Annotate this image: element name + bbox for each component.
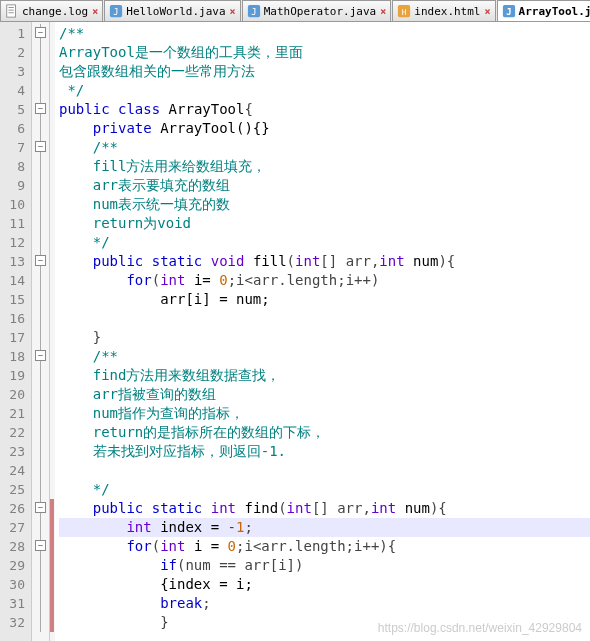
- fold-toggle[interactable]: −: [35, 103, 46, 114]
- code-line[interactable]: [59, 461, 590, 480]
- tab-helloworld-java[interactable]: JHelloWorld.java×: [104, 0, 240, 21]
- line-number: 12: [2, 233, 25, 252]
- line-number: 5: [2, 100, 25, 119]
- line-number: 32: [2, 613, 25, 632]
- line-number: 18: [2, 347, 25, 366]
- code-line[interactable]: /**: [59, 24, 590, 43]
- code-editor[interactable]: 1234567891011121314151617181920212223242…: [0, 22, 590, 641]
- close-icon[interactable]: ×: [485, 6, 491, 17]
- code-line[interactable]: arr表示要填充的数组: [59, 176, 590, 195]
- svg-text:J: J: [251, 7, 256, 17]
- tab-label: HelloWorld.java: [126, 5, 225, 18]
- code-line[interactable]: private ArrayTool(){}: [59, 119, 590, 138]
- code-line[interactable]: }: [59, 613, 590, 632]
- line-number: 7: [2, 138, 25, 157]
- fold-toggle[interactable]: −: [35, 27, 46, 38]
- line-number: 25: [2, 480, 25, 499]
- code-line[interactable]: */: [59, 480, 590, 499]
- change-marker: [50, 499, 54, 632]
- line-number: 13: [2, 252, 25, 271]
- code-line[interactable]: for(int i = 0;i<arr.length;i++){: [59, 537, 590, 556]
- change-marker-gutter: [50, 22, 55, 641]
- fold-toggle[interactable]: −: [35, 502, 46, 513]
- tab-label: MathOperator.java: [264, 5, 377, 18]
- line-number: 21: [2, 404, 25, 423]
- line-number: 19: [2, 366, 25, 385]
- close-icon[interactable]: ×: [92, 6, 98, 17]
- tab-arraytool-java[interactable]: JArrayTool.java×: [497, 0, 590, 21]
- code-line[interactable]: */: [59, 233, 590, 252]
- code-line[interactable]: return为void: [59, 214, 590, 233]
- code-line[interactable]: public static void fill(int[] arr,int nu…: [59, 252, 590, 271]
- code-line[interactable]: public class ArrayTool{: [59, 100, 590, 119]
- close-icon[interactable]: ×: [230, 6, 236, 17]
- code-line[interactable]: public static int find(int[] arr,int num…: [59, 499, 590, 518]
- code-line[interactable]: ArrayTool是一个数组的工具类，里面: [59, 43, 590, 62]
- line-number: 14: [2, 271, 25, 290]
- fold-toggle[interactable]: −: [35, 141, 46, 152]
- code-line[interactable]: find方法用来数组数据查找，: [59, 366, 590, 385]
- line-number: 23: [2, 442, 25, 461]
- line-number: 28: [2, 537, 25, 556]
- java-icon: J: [502, 4, 516, 18]
- code-line[interactable]: }: [59, 328, 590, 347]
- code-line[interactable]: num表示统一填充的数: [59, 195, 590, 214]
- svg-rect-0: [7, 5, 16, 17]
- editor-tabs: change.log×JHelloWorld.java×JMathOperato…: [0, 0, 590, 22]
- fold-toggle[interactable]: −: [35, 255, 46, 266]
- line-number: 8: [2, 157, 25, 176]
- code-line[interactable]: for(int i= 0;i<arr.length;i++): [59, 271, 590, 290]
- fold-toggle[interactable]: −: [35, 540, 46, 551]
- line-number: 24: [2, 461, 25, 480]
- code-line[interactable]: if(num == arr[i]): [59, 556, 590, 575]
- code-line[interactable]: 若未找到对应指标，则返回-1.: [59, 442, 590, 461]
- code-line[interactable]: */: [59, 81, 590, 100]
- close-icon[interactable]: ×: [380, 6, 386, 17]
- java-icon: J: [109, 4, 123, 18]
- code-line[interactable]: break;: [59, 594, 590, 613]
- code-line[interactable]: fill方法用来给数组填充，: [59, 157, 590, 176]
- svg-text:H: H: [402, 8, 407, 17]
- tab-mathoperator-java[interactable]: JMathOperator.java×: [242, 0, 392, 21]
- code-line[interactable]: arr[i] = num;: [59, 290, 590, 309]
- code-line[interactable]: int index = -1;: [59, 518, 590, 537]
- code-line[interactable]: /**: [59, 138, 590, 157]
- html-icon: H: [397, 4, 411, 18]
- line-number: 22: [2, 423, 25, 442]
- line-number: 17: [2, 328, 25, 347]
- code-line[interactable]: 包含跟数组相关的一些常用方法: [59, 62, 590, 81]
- line-number: 3: [2, 62, 25, 81]
- line-number: 20: [2, 385, 25, 404]
- code-line[interactable]: [59, 309, 590, 328]
- svg-text:J: J: [114, 7, 119, 17]
- tab-label: change.log: [22, 5, 88, 18]
- tab-label: index.html: [414, 5, 480, 18]
- line-number: 11: [2, 214, 25, 233]
- line-number: 1: [2, 24, 25, 43]
- svg-text:J: J: [506, 7, 511, 17]
- tab-index-html[interactable]: Hindex.html×: [392, 0, 495, 21]
- fold-gutter: −−−−−−−: [32, 22, 50, 641]
- line-number: 16: [2, 309, 25, 328]
- line-number: 6: [2, 119, 25, 138]
- line-number: 31: [2, 594, 25, 613]
- line-number-gutter: 1234567891011121314151617181920212223242…: [0, 22, 32, 641]
- line-number: 27: [2, 518, 25, 537]
- code-area[interactable]: /**ArrayTool是一个数组的工具类，里面包含跟数组相关的一些常用方法 *…: [55, 22, 590, 641]
- code-line[interactable]: arr指被查询的数组: [59, 385, 590, 404]
- line-number: 15: [2, 290, 25, 309]
- tab-label: ArrayTool.java: [519, 5, 590, 18]
- code-line[interactable]: /**: [59, 347, 590, 366]
- line-number: 29: [2, 556, 25, 575]
- code-line[interactable]: return的是指标所在的数组的下标，: [59, 423, 590, 442]
- line-number: 2: [2, 43, 25, 62]
- line-number: 4: [2, 81, 25, 100]
- code-line[interactable]: {index = i;: [59, 575, 590, 594]
- line-number: 30: [2, 575, 25, 594]
- fold-toggle[interactable]: −: [35, 350, 46, 361]
- line-number: 10: [2, 195, 25, 214]
- line-number: 9: [2, 176, 25, 195]
- java-icon: J: [247, 4, 261, 18]
- code-line[interactable]: num指作为查询的指标，: [59, 404, 590, 423]
- tab-change-log[interactable]: change.log×: [0, 0, 103, 21]
